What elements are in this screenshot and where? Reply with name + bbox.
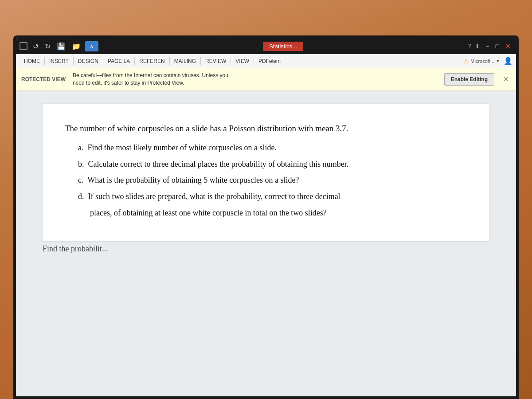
menu-home[interactable]: HOME	[20, 55, 44, 67]
text-d1: If such two slides are prepared, what is…	[88, 192, 340, 201]
save-button[interactable]: 💾	[55, 41, 67, 51]
help-button[interactable]: ?	[468, 43, 472, 50]
menu-page-layout[interactable]: PAGE LA	[103, 55, 134, 67]
document-content-area: The number of white corpuscles on a slid…	[16, 90, 516, 396]
question-b: b. Calculate correct to three decimal pl…	[65, 157, 467, 171]
window-controls: − □ ✕	[484, 43, 512, 50]
title-right-controls: ? ⬆ − □ ✕	[468, 43, 512, 50]
menu-view[interactable]: VIEW	[231, 55, 254, 67]
user-icon[interactable]: 👤	[504, 57, 512, 65]
protected-view-bar: ROTECTED VIEW Be careful—files from the …	[16, 68, 516, 90]
label-a: a.	[78, 143, 84, 152]
label-d: d.	[78, 192, 84, 201]
question-d: d. If such two slides are prepared, what…	[65, 190, 467, 203]
protected-message-line2: need to edit, it's safer to stay in Prot…	[73, 80, 184, 86]
text-a: Find the most likely number of white cor…	[88, 143, 277, 152]
title-bar: ↺ ↻ 💾 📁 ∧ Statistics... ? ⬆ − □ ✕	[16, 38, 516, 54]
menu-pdfelem[interactable]: PDFelem	[254, 55, 285, 67]
menu-review[interactable]: REVIEW	[201, 55, 231, 67]
title-center: Statistics...	[102, 42, 465, 51]
close-button[interactable]: ✕	[504, 43, 512, 50]
quick-access-toolbar: ↺ ↻ 💾 📁 ∧	[31, 41, 98, 51]
menu-design[interactable]: DESIGN	[74, 55, 103, 67]
enable-editing-button[interactable]: Enable Editing	[444, 73, 494, 86]
label-b: b.	[78, 160, 84, 168]
question-d-continuation: places, of obtaining at least one white …	[65, 206, 467, 220]
upload-button[interactable]: ⬆	[475, 43, 480, 50]
protected-bar-close[interactable]: ✕	[501, 75, 511, 83]
minimize-button[interactable]: −	[484, 43, 491, 50]
question-a: a. Find the most likely number of white …	[65, 141, 467, 155]
menu-insert[interactable]: INSERT	[45, 55, 73, 67]
document-title: Statistics...	[263, 42, 303, 51]
microsoft-label: Microsoft...	[470, 59, 494, 64]
undo-button[interactable]: ↺	[31, 41, 40, 51]
laptop-screen: ↺ ↻ 💾 📁 ∧ Statistics... ? ⬆ − □ ✕ H	[13, 35, 519, 399]
menu-bar: HOME INSERT DESIGN PAGE LA REFEREN MAILI…	[16, 54, 516, 68]
word-application: ↺ ↻ 💾 📁 ∧ Statistics... ? ⬆ − □ ✕ H	[16, 38, 516, 396]
partial-next-question: Find the probabilit...	[43, 244, 489, 254]
text-b: Calculate correct to three decimal place…	[88, 160, 349, 168]
warning-icon: ⚠	[463, 58, 469, 65]
text-c: What is the probability of obtaining 5 w…	[87, 176, 299, 184]
protected-view-label: ROTECTED VIEW	[21, 76, 66, 82]
expand-button[interactable]: ∧	[85, 41, 98, 51]
protected-message-line1: Be careful—files from the Internet can c…	[73, 72, 228, 78]
app-icon	[20, 42, 27, 50]
label-c: c.	[78, 176, 84, 184]
main-question-text: The number of white corpuscles on a slid…	[65, 121, 467, 136]
restore-button[interactable]: □	[494, 43, 501, 50]
menu-right: ⚠ Microsoft... ▼ 👤	[463, 57, 512, 65]
protected-view-message: Be careful—files from the Internet can c…	[73, 72, 437, 87]
menu-references[interactable]: REFEREN	[135, 55, 169, 67]
microsoft-account[interactable]: ⚠ Microsoft... ▼	[463, 58, 500, 65]
text-d2: places, of obtaining at least one white …	[90, 208, 327, 217]
redo-button[interactable]: ↻	[43, 41, 52, 51]
file-button[interactable]: 📁	[70, 41, 82, 51]
menu-mailing[interactable]: MAILING	[170, 55, 200, 67]
question-c: c. What is the probability of obtaining …	[65, 173, 467, 187]
document-body: The number of white corpuscles on a slid…	[43, 104, 489, 241]
chevron-down-icon: ▼	[496, 59, 500, 63]
